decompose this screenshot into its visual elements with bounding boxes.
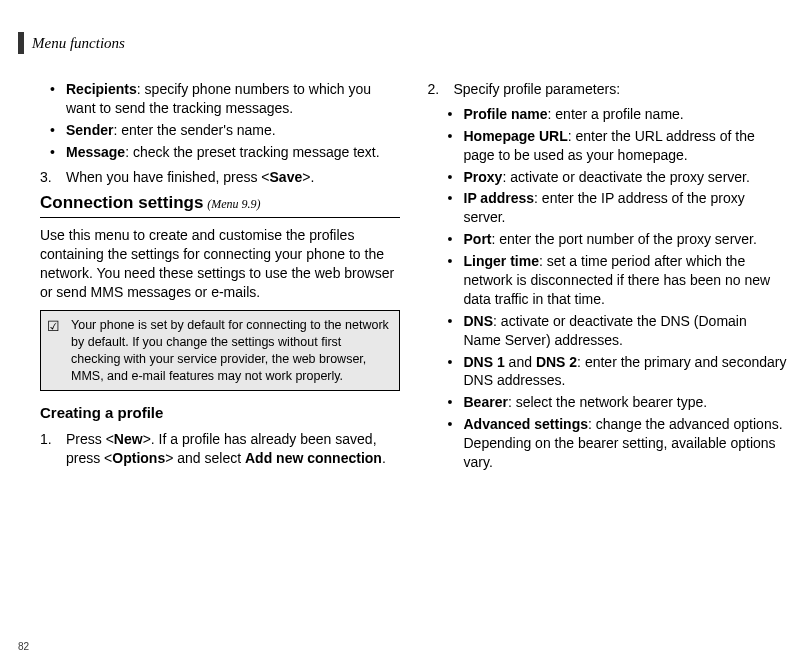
list-item: Profile name: enter a profile name.: [464, 105, 788, 124]
list-item: Port: enter the port number of the proxy…: [464, 230, 788, 249]
section-intro-paragraph: Use this menu to create and customise th…: [40, 226, 400, 302]
step-1: 1. Press <New>. If a profile has already…: [40, 430, 400, 468]
note-box: ☑ Your phone is set by default for conne…: [40, 310, 400, 392]
section-divider: [40, 217, 400, 218]
list-item: Advanced settings: change the advanced o…: [464, 415, 788, 472]
header-title: Menu functions: [32, 35, 125, 52]
section-menu-ref: (Menu 9.9): [207, 197, 260, 211]
term: Linger time: [464, 253, 539, 269]
desc: : check the preset tracking message text…: [125, 144, 379, 160]
step-text-c: >.: [302, 169, 314, 185]
content-area: Recipients: specify phone numbers to whi…: [0, 30, 797, 475]
check-icon: ☑: [47, 317, 60, 336]
term: Proxy: [464, 169, 503, 185]
subsection-title: Creating a profile: [40, 403, 400, 423]
list-item: Message: check the preset tracking messa…: [66, 143, 400, 162]
section-header: Connection settings (Menu 9.9): [40, 192, 400, 215]
page-number: 82: [18, 641, 29, 652]
desc: : enter the sender's name.: [113, 122, 275, 138]
t: New: [114, 431, 143, 447]
t: > and select: [165, 450, 245, 466]
desc: : activate or deactivate the DNS (Domain…: [464, 313, 747, 348]
t: DNS 2: [536, 354, 577, 370]
step-2: 2. Specify profile parameters:: [428, 80, 788, 99]
term: Profile name: [464, 106, 548, 122]
list-item: Bearer: select the network bearer type.: [464, 393, 788, 412]
step-number: 1.: [40, 430, 52, 449]
t: and: [505, 354, 536, 370]
list-item: Linger time: set a time period after whi…: [464, 252, 788, 309]
left-column: Recipients: specify phone numbers to whi…: [40, 80, 400, 475]
header-accent-bar: [18, 32, 24, 54]
step-text-b: Save: [270, 169, 303, 185]
step-number: 3.: [40, 168, 52, 187]
list-item: DNS: activate or deactivate the DNS (Dom…: [464, 312, 788, 350]
section-title: Connection settings: [40, 193, 203, 212]
t: DNS 1: [464, 354, 505, 370]
list-item: Recipients: specify phone numbers to whi…: [66, 80, 400, 118]
step-number: 2.: [428, 80, 440, 99]
desc: : activate or deactivate the proxy serve…: [502, 169, 749, 185]
term: Message: [66, 144, 125, 160]
term: DNS: [464, 313, 494, 329]
list-item: IP address: enter the IP address of the …: [464, 189, 788, 227]
list-item: Sender: enter the sender's name.: [66, 121, 400, 140]
t: Add new connection: [245, 450, 382, 466]
t: Press <: [66, 431, 114, 447]
right-column: 2. Specify profile parameters: Profile n…: [428, 80, 788, 475]
list-item: Proxy: activate or deactivate the proxy …: [464, 168, 788, 187]
term: IP address: [464, 190, 535, 206]
term: Port: [464, 231, 492, 247]
list-item: Homepage URL: enter the URL address of t…: [464, 127, 788, 165]
term: Advanced settings: [464, 416, 588, 432]
term: Sender: [66, 122, 113, 138]
term: Homepage URL: [464, 128, 568, 144]
page-header: Menu functions: [18, 32, 125, 54]
desc: : enter the port number of the proxy ser…: [492, 231, 757, 247]
tracking-options-list: Recipients: specify phone numbers to whi…: [40, 80, 400, 162]
t: .: [382, 450, 386, 466]
list-item-dns12: DNS 1 and DNS 2: enter the primary and s…: [464, 353, 788, 391]
desc: : enter a profile name.: [548, 106, 684, 122]
term: Recipients: [66, 81, 137, 97]
step-text: Specify profile parameters:: [454, 81, 621, 97]
step-3: 3. When you have finished, press <Save>.: [40, 168, 400, 187]
profile-params-list: Profile name: enter a profile name. Home…: [428, 105, 788, 472]
t: Options: [112, 450, 165, 466]
desc: : select the network bearer type.: [508, 394, 707, 410]
note-text: Your phone is set by default for connect…: [71, 318, 389, 383]
step-text-a: When you have finished, press <: [66, 169, 270, 185]
term: Bearer: [464, 394, 508, 410]
